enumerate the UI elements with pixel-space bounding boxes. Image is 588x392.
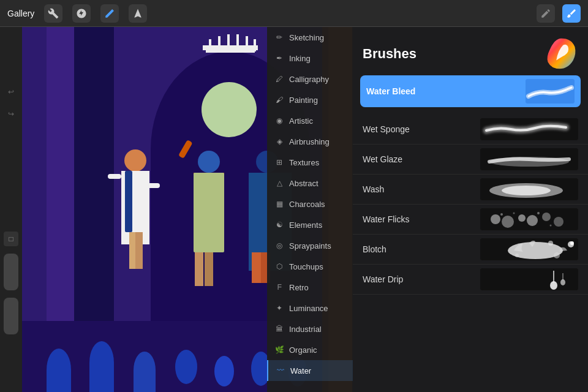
cat-abstract[interactable]: △ Abstract: [267, 173, 353, 194]
airbrushing-icon: ◈: [274, 137, 284, 146]
cat-organic[interactable]: 🌿 Organic: [267, 339, 353, 360]
svg-point-40: [175, 350, 197, 384]
cat-airbrushing[interactable]: ◈ Airbrushing: [267, 131, 353, 152]
cat-luminance[interactable]: ✦ Luminance: [267, 298, 353, 318]
cat-touchups[interactable]: ⬡ Touchups: [267, 256, 353, 277]
brush-item-wash[interactable]: Wash: [353, 175, 588, 205]
brush-item-wet-sponge[interactable]: Wet Sponge: [353, 115, 588, 145]
redo-button[interactable]: ↪: [4, 107, 18, 121]
touchups-icon: ⬡: [274, 262, 284, 271]
svg-rect-35: [47, 370, 71, 392]
svg-rect-19: [125, 171, 132, 232]
cat-spraypaints-label: Spraypaints: [289, 241, 331, 251]
brush-categories-panel: ✏ Sketching ✒ Inking 🖊 Calligraphy 🖌 Pai…: [267, 27, 353, 392]
wrench-tool-button[interactable]: [44, 4, 62, 23]
pencil-icon: [540, 8, 551, 19]
selected-brush-row[interactable]: Water Bleed: [360, 75, 581, 107]
svg-point-16: [202, 82, 257, 137]
svg-rect-23: [145, 183, 160, 188]
svg-point-71: [570, 241, 574, 245]
arrow-icon: [132, 8, 143, 19]
svg-rect-10: [209, 39, 211, 51]
undo-button[interactable]: ↩: [4, 85, 18, 99]
industrial-icon: 🏛: [274, 324, 284, 334]
svg-point-62: [513, 213, 515, 214]
water-flicks-preview: [480, 208, 578, 230]
adjustments-tool-button[interactable]: [72, 4, 91, 23]
inking-icon: ✒: [274, 53, 284, 63]
cat-water[interactable]: 〰 Water: [267, 360, 353, 381]
svg-point-17: [124, 149, 146, 172]
slider-1[interactable]: [4, 254, 18, 290]
cat-industrial[interactable]: 🏛 Industrial: [267, 318, 353, 339]
brushes-header: Brushes: [353, 27, 588, 75]
cat-retro[interactable]: ᖴ Retro: [267, 277, 353, 298]
cat-elements[interactable]: ☯ Elements: [267, 214, 353, 235]
svg-point-74: [550, 281, 557, 290]
arrow-tool-button[interactable]: [129, 4, 147, 23]
cat-inking[interactable]: ✒ Inking: [267, 48, 353, 69]
svg-point-64: [550, 225, 552, 227]
cat-sketching-label: Sketching: [289, 33, 324, 42]
svg-point-57: [518, 214, 526, 222]
cat-textures-label: Textures: [289, 158, 319, 167]
svg-rect-32: [252, 252, 261, 283]
svg-point-58: [527, 215, 538, 226]
brush-item-water-drip[interactable]: Water Drip: [353, 265, 588, 295]
painting-icon: 🖌: [274, 95, 284, 105]
smudge-tool-button[interactable]: [100, 4, 119, 23]
wet-glaze-label: Wet Glaze: [363, 154, 402, 164]
elements-icon: ☯: [274, 220, 284, 230]
pencil-tool-button[interactable]: [537, 4, 555, 23]
cat-elements-label: Elements: [289, 221, 322, 230]
cat-charcoals-label: Charcoals: [289, 200, 325, 209]
slider-2[interactable]: [4, 298, 18, 334]
svg-rect-37: [89, 363, 114, 392]
svg-point-76: [560, 279, 565, 285]
cat-charcoals[interactable]: ▦ Charcoals: [267, 194, 353, 214]
svg-point-53: [502, 186, 551, 195]
water-flicks-label: Water Flicks: [363, 214, 409, 224]
svg-rect-12: [227, 34, 230, 51]
wet-glaze-preview: [480, 148, 578, 170]
svg-rect-14: [246, 36, 248, 51]
svg-point-55: [491, 214, 500, 224]
cat-artistic[interactable]: ◉ Artistic: [267, 110, 353, 131]
cat-calligraphy[interactable]: 🖊 Calligraphy: [267, 69, 353, 89]
svg-rect-28: [205, 252, 213, 286]
svg-point-56: [502, 216, 514, 228]
brush-icon: [566, 8, 577, 19]
organic-icon: 🌿: [274, 345, 284, 355]
brush-tool-button[interactable]: [562, 4, 581, 23]
cat-painting-label: Painting: [289, 96, 318, 105]
cat-water-label: Water: [290, 366, 311, 375]
brush-item-wet-glaze[interactable]: Wet Glaze: [353, 145, 588, 175]
wet-sponge-preview: [480, 118, 578, 140]
svg-rect-39: [134, 370, 156, 392]
svg-rect-27: [195, 252, 203, 286]
brush-item-blotch[interactable]: Blotch: [353, 235, 588, 265]
cat-sketching[interactable]: ✏ Sketching: [267, 27, 353, 48]
blotch-label: Blotch: [363, 244, 386, 254]
smudge-icon: [104, 8, 115, 19]
gallery-button[interactable]: Gallery: [7, 9, 34, 18]
selected-brush-name: Water Bleed: [366, 86, 519, 96]
wash-label: Wash: [363, 184, 384, 194]
cat-textures[interactable]: ⊞ Textures: [267, 152, 353, 173]
cat-spraypaints[interactable]: ◎ Spraypaints: [267, 235, 353, 256]
cat-touchups-label: Touchups: [289, 262, 323, 271]
cat-luminance-label: Luminance: [289, 304, 328, 313]
svg-point-24: [198, 151, 220, 173]
water-drip-label: Water Drip: [363, 274, 403, 284]
brushes-title: Brushes: [363, 46, 417, 62]
cat-painting[interactable]: 🖌 Painting: [267, 89, 353, 110]
calligraphy-icon: 🖊: [274, 74, 284, 84]
brush-item-water-flicks[interactable]: Water Flicks: [353, 205, 588, 235]
svg-point-41: [214, 356, 234, 386]
blotch-preview: [480, 238, 578, 260]
svg-point-59: [542, 213, 551, 221]
svg-rect-15: [254, 39, 256, 51]
square-tool[interactable]: □: [4, 232, 18, 246]
abstract-icon: △: [274, 178, 284, 188]
svg-point-67: [548, 241, 553, 246]
